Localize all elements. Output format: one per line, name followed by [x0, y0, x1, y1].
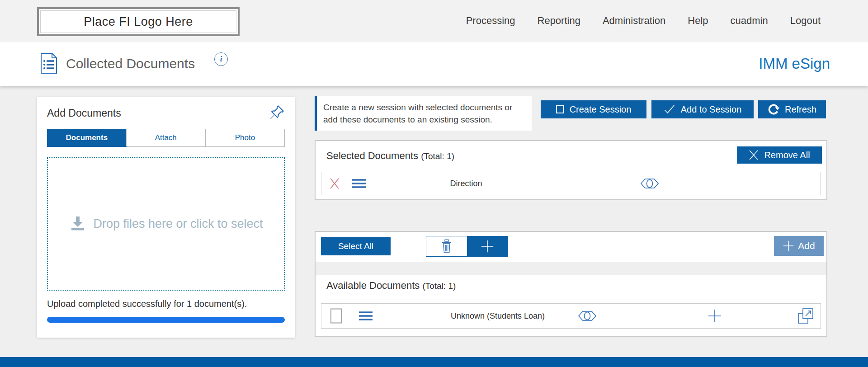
- preview-eye-icon[interactable]: [578, 310, 597, 322]
- select-all-label: Select All: [338, 241, 373, 251]
- nav-reporting[interactable]: Reporting: [538, 15, 580, 27]
- plus-icon-white: [481, 240, 494, 253]
- add-documents-mode-button[interactable]: [467, 236, 508, 256]
- tab-attach[interactable]: Attach: [126, 129, 205, 146]
- drag-handle-icon[interactable]: [351, 178, 367, 189]
- tab-photo[interactable]: Photo: [205, 129, 284, 146]
- group-divider: [316, 262, 826, 275]
- check-icon: [664, 104, 675, 115]
- create-session-button[interactable]: Create Session: [541, 100, 646, 118]
- open-external-icon[interactable]: [797, 307, 814, 325]
- available-documents-total: (Total: 1): [422, 281, 456, 291]
- add-documents-title: Add Documents: [47, 107, 121, 119]
- nav-user-cuadmin[interactable]: cuadmin: [731, 15, 768, 27]
- app-root: Place FI Logo Here Processing Reporting …: [0, 0, 868, 367]
- add-to-session-label: Add to Session: [681, 104, 742, 115]
- add-plus-icon: [783, 240, 794, 252]
- preview-eye-icon[interactable]: [640, 177, 659, 190]
- x-icon: [749, 150, 759, 160]
- upload-progress-bar: [47, 317, 285, 323]
- footer-bar: [0, 357, 868, 367]
- bulk-action-toggle: [426, 236, 508, 257]
- selected-documents-group: Selected Documents (Total: 1) Remove All…: [315, 140, 827, 200]
- add-button[interactable]: Add: [774, 236, 824, 256]
- fi-logo-text: Place FI Logo Here: [84, 15, 193, 29]
- delete-documents-button[interactable]: [426, 236, 467, 256]
- create-session-label: Create Session: [570, 104, 632, 115]
- nav-help[interactable]: Help: [688, 15, 708, 27]
- upload-progress-track: [47, 317, 285, 323]
- selected-documents-total: (Total: 1): [421, 151, 454, 161]
- add-documents-tabs: Documents Attach Photo: [47, 129, 285, 147]
- selected-document-name: Direction: [430, 179, 502, 188]
- info-icon[interactable]: i: [214, 52, 228, 66]
- select-all-button[interactable]: Select All: [321, 237, 391, 255]
- add-label: Add: [798, 240, 815, 251]
- download-icon: [69, 216, 87, 232]
- session-banner: Create a new session with selected docum…: [315, 96, 532, 131]
- selected-document-row: Direction: [321, 172, 821, 195]
- pin-icon[interactable]: [269, 104, 285, 121]
- trash-icon: [441, 239, 453, 254]
- available-documents-heading: Available Documents (Total: 1): [326, 280, 456, 292]
- nav-logout[interactable]: Logout: [790, 15, 821, 27]
- brand-imm-esign: IMM eSign: [759, 42, 830, 86]
- top-navigation: Processing Reporting Administration Help…: [466, 0, 821, 42]
- available-document-row: Unknown (Students Loan): [321, 303, 821, 329]
- upload-status-text: Upload completed successfully for 1 docu…: [47, 299, 247, 309]
- session-square-icon: [556, 105, 564, 113]
- file-dropzone[interactable]: Drop files here or click to select: [47, 157, 285, 291]
- nav-administration[interactable]: Administration: [603, 15, 665, 27]
- add-to-session-button[interactable]: Add to Session: [651, 100, 754, 118]
- add-documents-panel: Add Documents Documents Attach Photo Dro…: [37, 97, 295, 338]
- page-header: Collected Documents i IMM eSign: [0, 42, 868, 86]
- selected-documents-heading: Selected Documents (Total: 1): [326, 150, 454, 162]
- collected-documents-icon: [40, 52, 58, 74]
- refresh-button[interactable]: Refresh: [758, 100, 826, 118]
- page-title: Collected Documents: [66, 42, 195, 86]
- refresh-icon: [768, 104, 779, 115]
- refresh-label: Refresh: [785, 104, 816, 115]
- drag-handle-icon[interactable]: [358, 311, 373, 321]
- top-bar: Place FI Logo Here Processing Reporting …: [0, 0, 868, 42]
- available-document-name: Unknown (Students Loan): [439, 311, 557, 321]
- tab-documents[interactable]: Documents: [47, 129, 127, 147]
- dropzone-text: Drop files here or click to select: [93, 217, 263, 231]
- remove-document-icon[interactable]: [329, 178, 340, 189]
- document-checkbox[interactable]: [330, 309, 342, 324]
- available-documents-title: Available Documents: [326, 280, 420, 291]
- remove-all-label: Remove All: [764, 150, 810, 160]
- nav-processing[interactable]: Processing: [466, 15, 515, 27]
- available-documents-group: Select All: [315, 231, 827, 337]
- add-document-plus-icon[interactable]: [708, 309, 722, 323]
- remove-all-button[interactable]: Remove All: [737, 146, 822, 164]
- fi-logo[interactable]: Place FI Logo Here: [37, 7, 240, 36]
- selected-documents-title: Selected Documents: [326, 150, 418, 161]
